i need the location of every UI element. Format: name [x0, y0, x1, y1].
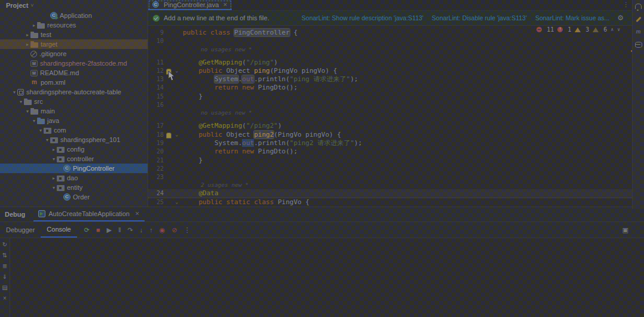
debug-tab-console[interactable]: Console — [41, 222, 76, 238]
debug-panel-title[interactable]: Debug — [0, 211, 33, 218]
debug-tab-debugger[interactable]: Debugger — [0, 222, 41, 238]
expanded-arrow-icon[interactable]: ▾ — [51, 156, 57, 162]
run-config-tab[interactable]: AutoCreateTableApplication ✕ — [33, 207, 144, 221]
console-area[interactable]: ↻⇅≣⇓▤× — [0, 238, 644, 317]
collapsed-arrow-icon[interactable]: ▸ — [24, 42, 30, 47]
tree-item-entity[interactable]: ▾entity — [0, 183, 148, 192]
tree-item-controller[interactable]: ▾controller — [0, 154, 148, 164]
tree-item-shardingsphere-2fastcode-md[interactable]: Mshardingsphere-2fastcode.md — [0, 59, 148, 68]
project-panel-title[interactable]: Project — [6, 2, 28, 9]
tree-item-shardingsphere-101[interactable]: ▾shardingsphere_101 — [0, 135, 148, 144]
line-number: 21 — [148, 156, 164, 165]
print-icon[interactable]: ▤ — [2, 284, 7, 291]
tree-item-label: shardingsphere-2fastcode.md — [40, 60, 127, 67]
tree-item-dao[interactable]: ▸dao — [0, 173, 148, 183]
collapsed-arrow-icon[interactable]: ▸ — [31, 23, 37, 28]
sonarlint-link[interactable]: SonarLint: Mark issue as... — [535, 14, 609, 21]
step-into-button[interactable]: ↓ — [140, 227, 143, 233]
more-options-button[interactable]: ⋮ — [184, 227, 191, 233]
error-icon: ! — [557, 27, 563, 32]
sort-icon[interactable]: ⇅ — [2, 252, 7, 258]
tree-item-pom-xml[interactable]: mpom.xml — [0, 78, 148, 87]
build-tool-icon[interactable] — [636, 17, 641, 22]
expanded-arrow-icon[interactable]: ▾ — [51, 185, 57, 190]
tree-item-test[interactable]: ▸test — [0, 30, 148, 39]
inlay-hint: 2 usages new * — [148, 181, 644, 189]
warning-icon — [575, 27, 581, 32]
tree-item-label: src — [34, 98, 43, 105]
fold-arrow-icon[interactable]: ⌄ — [173, 131, 180, 139]
mute-breakpoints-button[interactable]: ⊘ — [171, 227, 177, 233]
tree-item-label: target — [41, 41, 57, 48]
pom-icon: m — [30, 79, 38, 86]
console-output[interactable] — [10, 238, 644, 317]
next-issue-icon[interactable]: ∨ — [617, 27, 620, 32]
notifications-bell-icon[interactable] — [635, 4, 642, 9]
gear-icon[interactable]: ⚙ — [617, 14, 624, 22]
close-icon[interactable]: ✕ — [223, 2, 228, 8]
chevron-down-icon[interactable]: ˅ — [30, 2, 33, 8]
tree-item-shardingsphere-autocreate-table[interactable]: ▾shardingsphere-autocreate-table — [0, 87, 148, 97]
tree-item-src[interactable]: ▾src — [0, 97, 148, 106]
soft-wrap-icon[interactable]: ≣ — [2, 263, 7, 269]
tree-item-application[interactable]: CApplication — [0, 11, 148, 20]
expanded-arrow-icon[interactable]: ▾ — [24, 109, 30, 114]
pause-button[interactable]: ‖ — [118, 227, 121, 233]
mouse-cursor — [168, 71, 175, 84]
expanded-arrow-icon[interactable]: ▾ — [31, 118, 37, 124]
tree-item-resources[interactable]: ▸resources — [0, 20, 148, 30]
tree-item-config[interactable]: ▸config — [0, 144, 148, 154]
clear-icon[interactable]: × — [3, 295, 7, 301]
class-icon: C — [50, 12, 57, 19]
step-out-button[interactable]: ↑ — [149, 227, 153, 233]
line-number: 11 — [148, 59, 164, 67]
step-over-button[interactable]: ↷ — [128, 227, 133, 233]
stop-button[interactable]: ■ — [96, 227, 100, 233]
view-breakpoints-button[interactable]: ◉ — [160, 227, 165, 233]
tree-item-java[interactable]: ▾java — [0, 116, 148, 125]
tree-item-pingcontroller[interactable]: CPingController — [0, 164, 148, 173]
ide-window: Project ˅ CApplication▸resources▸test▸ta… — [0, 0, 644, 317]
tree-item-main[interactable]: ▾main — [0, 106, 148, 116]
code-line-14: 14 return new PingDto(); — [148, 84, 644, 92]
resume-button[interactable]: ▶ — [107, 227, 112, 233]
sonarlint-link[interactable]: SonarLint: Disable rule 'java:S113' — [432, 14, 527, 21]
collapsed-arrow-icon[interactable]: ▸ — [51, 176, 57, 181]
rerun-button[interactable]: ⟳ — [84, 227, 90, 233]
code-area[interactable]: 11 !1 3 6 ∧ ∨ 9public class PingControll… — [148, 26, 644, 207]
error-count: 1 — [568, 26, 571, 33]
layout-settings-icon[interactable]: ▣ — [622, 226, 628, 234]
tree-item-order[interactable]: COrder — [0, 192, 148, 202]
tree-item-readme-md[interactable]: MREADME.md — [0, 68, 148, 78]
code-line-25: 25⌄ public static class PingVo { — [148, 198, 644, 207]
inspections-widget[interactable]: 11 !1 3 6 ∧ ∨ — [536, 26, 620, 33]
maven-icon[interactable]: m — [636, 27, 641, 35]
fold-arrow-icon[interactable]: ⌄ — [173, 198, 180, 207]
close-icon[interactable]: ✕ — [135, 211, 140, 217]
prev-issue-icon[interactable]: ∧ — [611, 27, 614, 32]
expanded-arrow-icon[interactable]: ▾ — [38, 128, 44, 133]
intention-bulb-icon[interactable] — [166, 133, 171, 139]
tree-item-label: Order — [73, 193, 90, 201]
scroll-to-end-icon[interactable]: ⇓ — [2, 273, 7, 280]
rerun-icon[interactable]: ↻ — [2, 241, 7, 248]
expanded-arrow-icon[interactable]: ▾ — [11, 90, 17, 95]
run-configuration-icon — [38, 210, 45, 217]
line-number: 23 — [148, 173, 164, 181]
tree-item-com[interactable]: ▾com — [0, 125, 148, 135]
collapsed-arrow-icon[interactable]: ▸ — [51, 147, 57, 152]
expanded-arrow-icon[interactable]: ▾ — [44, 137, 50, 143]
line-number: 18 — [148, 131, 164, 139]
editor-options-icon[interactable]: ⋮ — [623, 1, 630, 8]
sonarlint-link[interactable]: SonarLint: Show rule description 'java:S… — [302, 14, 424, 21]
expanded-arrow-icon[interactable]: ▾ — [18, 99, 24, 104]
tree-item-label: test — [41, 31, 51, 38]
tree-item-gitignore[interactable]: .gitignore — [0, 49, 148, 59]
tree-item-target[interactable]: ▸target — [0, 39, 148, 49]
tree-item-label: .gitignore — [39, 50, 66, 57]
line-number: 15 — [148, 93, 164, 101]
collapsed-arrow-icon[interactable]: ▸ — [24, 32, 30, 38]
sonar-issues-count: 11 — [547, 26, 554, 33]
database-icon[interactable] — [635, 42, 642, 48]
editor-tab-pingcontroller[interactable]: C PingController.java ✕ — [148, 0, 232, 10]
